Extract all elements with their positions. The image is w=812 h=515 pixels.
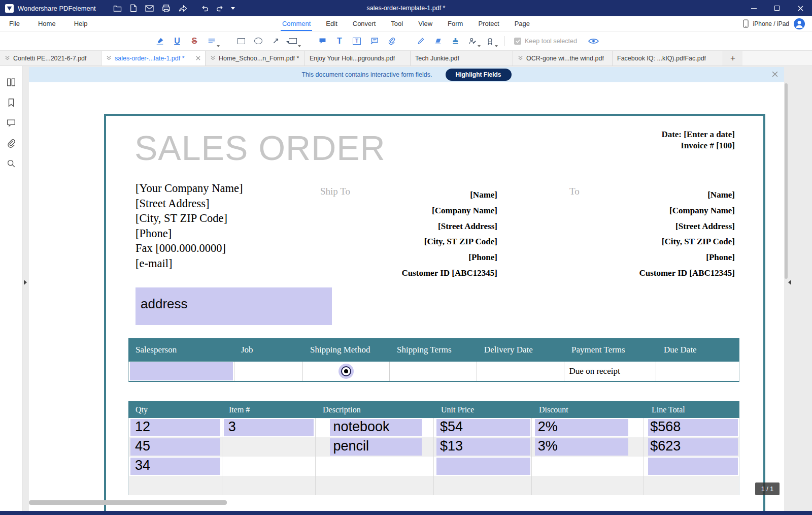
strikethrough-icon[interactable]: S — [186, 34, 203, 48]
eraser-icon[interactable] — [429, 34, 447, 48]
tab-page[interactable]: Page — [515, 20, 530, 27]
squiggly-line-icon[interactable] — [203, 34, 220, 48]
unit-price-form-field[interactable] — [434, 476, 532, 495]
text-callout-icon[interactable] — [365, 34, 383, 48]
open-folder-icon[interactable] — [113, 5, 122, 12]
callout-shape-icon[interactable] — [284, 34, 301, 48]
file-tab-facebook-iq[interactable]: Facebook IQ: ...kIQ).pdfFac.pdf — [613, 51, 723, 66]
device-label[interactable]: iPhone / iPad — [753, 20, 789, 27]
to-company: [Company Name] — [639, 203, 735, 219]
file-tab-ocr-gone[interactable]: OCR-gone wi...the wind.pdf — [513, 51, 613, 66]
description-form-field[interactable]: pencil — [316, 437, 434, 457]
email-icon[interactable] — [145, 5, 154, 12]
undo-icon[interactable] — [200, 5, 209, 12]
thumbnails-panel-icon[interactable] — [6, 77, 16, 87]
shipping-method-radio[interactable] — [339, 364, 354, 379]
tab-protect[interactable]: Protect — [478, 20, 499, 27]
item-number-form-field[interactable] — [222, 476, 316, 495]
file-tab-tech-junkie[interactable]: Tech Junkie.pdf — [411, 51, 513, 66]
sticky-note-icon[interactable] — [314, 34, 331, 48]
file-tab-home-school-form[interactable]: Home_Schoo...n_Form.pdf * — [206, 51, 305, 66]
keep-tool-checkbox-icon[interactable] — [514, 38, 521, 45]
account-avatar[interactable] — [794, 18, 805, 29]
description-form-field[interactable]: notebook — [316, 418, 434, 437]
highlight-fields-button[interactable]: Highlight Fields — [446, 69, 512, 81]
line-total-form-field[interactable] — [644, 457, 739, 476]
discount-form-field[interactable] — [532, 476, 645, 495]
pencil-draw-icon[interactable] — [412, 34, 429, 48]
discount-form-field[interactable]: 2% — [532, 418, 645, 437]
shipping-terms-cell[interactable] — [390, 362, 477, 381]
description-form-field[interactable] — [316, 457, 434, 476]
tab-form[interactable]: Form — [448, 20, 463, 27]
tab-close-icon[interactable] — [196, 56, 200, 60]
unit-price-form-field[interactable]: $13 — [434, 437, 532, 457]
file-tab-enjoy-holidays[interactable]: Enjoy Your Holi...pgrounds.pdf — [305, 51, 411, 66]
horizontal-scrollbar[interactable] — [29, 500, 227, 505]
double-chevron-icon — [106, 55, 112, 61]
ellipse-shape-icon[interactable] — [250, 34, 267, 48]
typewriter-text-icon[interactable]: T — [331, 34, 348, 48]
salesperson-form-field[interactable] — [129, 362, 234, 381]
unit-price-form-field[interactable]: $54 — [434, 418, 532, 437]
signature-icon[interactable] — [464, 34, 481, 48]
keep-tool-selected-toggle[interactable]: Keep tool selected — [514, 38, 577, 45]
file-tabbar: Confetti PE...2021-6-7.pdf sales-order-.… — [0, 51, 812, 66]
bookmarks-panel-icon[interactable] — [6, 98, 16, 108]
item-number-form-field[interactable] — [222, 457, 316, 476]
vertical-scrollbar[interactable] — [785, 83, 788, 279]
file-tab-sales-order[interactable]: sales-order-...late-1.pdf * — [101, 51, 206, 66]
arrow-shape-icon[interactable] — [267, 34, 284, 48]
eye-visibility-icon[interactable] — [585, 34, 602, 48]
notification-close-icon[interactable] — [772, 71, 778, 77]
search-panel-icon[interactable] — [6, 158, 16, 169]
description-form-field[interactable] — [316, 476, 434, 495]
payment-terms-cell[interactable]: Due on receipt — [564, 362, 657, 381]
attachments-panel-icon[interactable] — [6, 138, 16, 148]
text-box-icon[interactable]: T — [348, 34, 365, 48]
save-icon[interactable] — [130, 4, 137, 12]
discount-form-field[interactable]: 3% — [532, 437, 645, 457]
comments-panel-icon[interactable] — [6, 118, 16, 128]
maximize-button[interactable] — [765, 0, 789, 16]
tab-convert[interactable]: Convert — [353, 20, 376, 27]
sidebar-expand-arrow[interactable] — [24, 280, 27, 285]
print-icon[interactable] — [162, 4, 171, 13]
delivery-date-cell[interactable] — [477, 362, 564, 381]
stamp-icon[interactable] — [447, 34, 464, 48]
line-total-form-field[interactable] — [644, 476, 739, 495]
tab-tool[interactable]: Tool — [391, 20, 403, 27]
rectangle-shape-icon[interactable] — [232, 34, 250, 48]
right-panel-collapse-arrow[interactable] — [788, 280, 791, 285]
toolbar-options-chevron-icon[interactable] — [231, 7, 235, 10]
redo-icon[interactable] — [216, 5, 224, 12]
underline-icon[interactable]: U — [168, 34, 186, 48]
minimize-button[interactable] — [742, 0, 765, 16]
share-icon[interactable] — [179, 5, 187, 12]
tab-comment[interactable]: Comment — [282, 20, 311, 27]
address-form-field[interactable]: address — [136, 287, 332, 325]
to-street: [Street Address] — [639, 219, 735, 235]
new-tab-button[interactable]: + — [723, 51, 742, 66]
seal-stamp-icon[interactable] — [481, 34, 498, 48]
item-number-form-field[interactable] — [222, 437, 316, 457]
qty-form-field[interactable]: 12 — [129, 418, 222, 437]
unit-price-form-field[interactable] — [434, 457, 532, 476]
attachment-icon[interactable] — [383, 34, 400, 48]
qty-form-field[interactable]: 45 — [129, 437, 222, 457]
line-total-form-field[interactable]: $623 — [644, 437, 739, 457]
discount-form-field[interactable] — [532, 457, 645, 476]
qty-form-field[interactable]: 34 — [129, 457, 222, 476]
highlight-icon[interactable] — [151, 34, 168, 48]
tab-edit[interactable]: Edit — [326, 20, 337, 27]
item-row: 12 3 notebook $54 2% $568 — [128, 418, 739, 437]
tab-view[interactable]: View — [418, 20, 432, 27]
to-name: [Name] — [639, 187, 735, 203]
qty-form-field[interactable] — [129, 476, 222, 495]
file-tab-confetti[interactable]: Confetti PE...2021-6-7.pdf — [0, 51, 101, 66]
job-cell[interactable] — [234, 362, 303, 381]
due-date-cell[interactable] — [656, 362, 739, 381]
item-number-form-field[interactable]: 3 — [222, 418, 316, 437]
line-total-form-field[interactable]: $568 — [644, 418, 739, 437]
close-button[interactable] — [789, 0, 812, 16]
